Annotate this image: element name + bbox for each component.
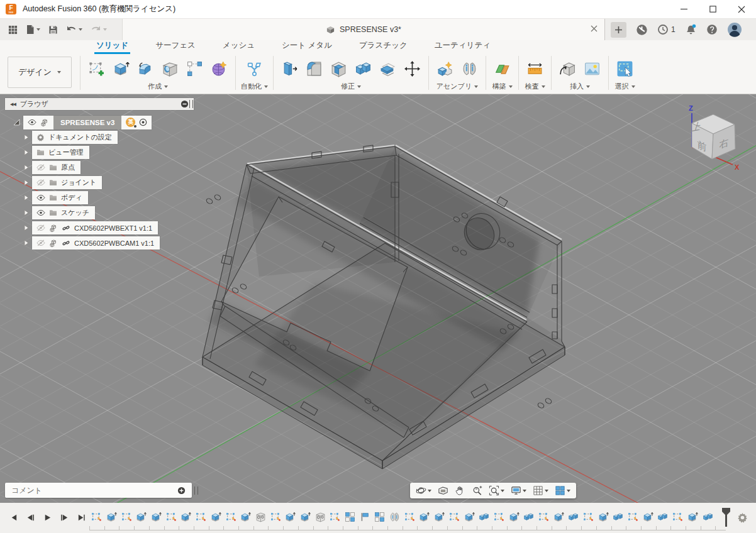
view-cube[interactable]: Z X 上 前 右 — [673, 98, 751, 172]
timeline-feature-sketch-icon[interactable] — [328, 508, 343, 525]
browser-item-component-cam[interactable]: CXD5602PWBCAM1 v1:1 — [24, 236, 194, 250]
model-wireframe[interactable] — [203, 145, 565, 469]
browser-header[interactable]: ◀◀ ブラウザ — [5, 98, 194, 110]
offset-face-icon[interactable] — [377, 57, 399, 80]
fillet-icon[interactable] — [303, 57, 325, 80]
shell-icon[interactable] — [328, 57, 350, 80]
extrude-icon[interactable] — [110, 57, 132, 80]
timeline-feature-sketch-icon[interactable] — [164, 508, 179, 525]
document-tab[interactable]: SPRESENSE v3* — [122, 19, 605, 40]
browser-root-row[interactable]: SPRESENSE v3英 — [13, 116, 194, 129]
hole-icon[interactable] — [159, 57, 181, 80]
timeline-feature-sketch-icon[interactable] — [447, 508, 462, 525]
timeline-playhead[interactable] — [721, 507, 731, 529]
avatar[interactable] — [727, 22, 742, 37]
automate-icon[interactable] — [243, 57, 265, 80]
timeline-feature-extrude-icon[interactable] — [506, 508, 521, 525]
timeline-feature-extrude-icon[interactable] — [417, 508, 432, 525]
timeline-feature-hole-icon[interactable] — [313, 508, 328, 525]
pan-icon[interactable] — [452, 483, 469, 498]
eye-icon[interactable] — [36, 194, 45, 201]
ribbon-tab-utilities[interactable]: ユーティリティ — [433, 40, 492, 54]
revolve-icon[interactable] — [135, 57, 157, 80]
timeline-feature-combine-icon[interactable] — [700, 508, 715, 525]
browser-item-named-views[interactable]: ビュー管理 — [24, 146, 194, 159]
timeline-feature-sketch-icon[interactable] — [536, 508, 552, 525]
collapse-triangle-icon[interactable] — [24, 224, 29, 231]
comment-bar[interactable]: コメント — [5, 483, 192, 498]
timeline-feature-extrude-icon[interactable] — [298, 508, 313, 525]
save-icon[interactable] — [48, 25, 58, 35]
collapse-panel-icon[interactable]: ◀◀ — [10, 102, 16, 107]
ribbon-group-label[interactable]: 構築 — [492, 82, 513, 91]
app-grid-menu-icon[interactable] — [8, 25, 18, 35]
collapse-triangle-icon[interactable] — [24, 194, 29, 201]
timeline-feature-pattern-icon[interactable] — [343, 508, 358, 525]
timeline-feature-sketch-icon[interactable] — [268, 508, 283, 525]
zoom-icon[interactable] — [469, 483, 486, 498]
timeline-feature-combine-icon[interactable] — [521, 508, 536, 525]
expand-triangle-icon[interactable] — [13, 119, 20, 126]
timeline-feature-extrude-icon[interactable] — [238, 508, 253, 525]
timeline-feature-extrude-icon[interactable] — [640, 508, 655, 525]
ribbon-group-label[interactable]: 選択 — [615, 82, 635, 91]
timeline-feature-sketch-icon[interactable] — [402, 508, 417, 525]
redo-icon[interactable] — [91, 25, 107, 34]
timeline-feature-pattern-icon[interactable] — [372, 508, 387, 525]
go-to-end-icon[interactable] — [74, 510, 88, 524]
construction-plane-icon[interactable] — [491, 57, 513, 80]
timeline-feature-sketch-icon[interactable] — [492, 508, 507, 525]
tab-close-icon[interactable] — [591, 25, 598, 32]
ribbon-group-label[interactable]: 挿入 — [570, 82, 590, 91]
timeline-feature-extrude-icon[interactable] — [149, 508, 164, 525]
grid-display-icon[interactable] — [530, 483, 552, 498]
canvas-icon[interactable] — [581, 57, 603, 80]
select-icon[interactable] — [614, 57, 636, 80]
eye-off-icon[interactable] — [36, 164, 45, 171]
timeline-feature-sketch-icon[interactable] — [119, 508, 134, 525]
timeline-feature-combine-icon[interactable] — [566, 508, 581, 525]
ribbon-tab-surface[interactable]: サーフェス — [153, 40, 197, 54]
collapse-triangle-icon[interactable] — [24, 239, 29, 246]
browser-item-bodies[interactable]: ボディ — [24, 191, 194, 204]
collapse-triangle-icon[interactable] — [24, 209, 29, 216]
timeline-feature-hole-icon[interactable] — [253, 508, 269, 525]
new-tab-icon[interactable] — [611, 22, 626, 38]
timeline-feature-extrude-icon[interactable] — [283, 508, 298, 525]
display-settings-icon[interactable] — [508, 483, 530, 498]
create-sketch-icon[interactable] — [86, 57, 108, 80]
timeline-feature-sketch-icon[interactable] — [581, 508, 596, 525]
eye-icon[interactable] — [36, 209, 45, 216]
collapse-triangle-icon[interactable] — [24, 179, 29, 186]
close-icon[interactable] — [727, 0, 756, 18]
timeline-feature-combine-icon[interactable] — [611, 508, 626, 525]
viewport-3d[interactable]: ◀◀ ブラウザ SPRESENSE v3英 ドキュメントの設定 ビュー管理 原点… — [0, 94, 756, 503]
timeline-feature-joint-icon[interactable] — [387, 508, 403, 525]
browser-item-joints[interactable]: ジョイント — [24, 176, 194, 189]
browser-item-origin[interactable]: 原点 — [24, 161, 194, 174]
timeline-feature-extrude-icon[interactable] — [179, 508, 194, 525]
job-status-icon[interactable]: 1 — [657, 24, 675, 35]
workspace-dropdown[interactable]: デザイン — [8, 57, 72, 88]
timeline-feature-extrude-icon[interactable] — [134, 508, 149, 525]
timeline-feature-sketch-icon[interactable] — [194, 508, 209, 525]
timeline-feature-extrude-icon[interactable] — [432, 508, 447, 525]
help-icon[interactable] — [706, 24, 718, 35]
pattern-icon[interactable] — [184, 57, 206, 80]
timeline-feature-extrude-icon[interactable] — [596, 508, 611, 525]
timeline-feature-extrude-icon[interactable] — [686, 508, 701, 525]
step-back-icon[interactable] — [23, 510, 37, 524]
move-icon[interactable] — [401, 57, 423, 80]
browser-item-component-ext[interactable]: CXD5602PWBEXT1 v1:1 — [24, 221, 194, 234]
add-comment-icon[interactable] — [177, 486, 186, 495]
go-to-start-icon[interactable] — [6, 510, 20, 524]
ribbon-group-label[interactable]: 修正 — [341, 82, 361, 91]
new-component-icon[interactable] — [434, 57, 456, 80]
timeline-feature-sketch-icon[interactable] — [670, 508, 686, 525]
eye-off-icon[interactable] — [36, 239, 45, 246]
units-badge[interactable]: 英 — [126, 118, 135, 127]
eye-off-icon[interactable] — [36, 179, 45, 186]
combine-icon[interactable] — [352, 57, 374, 80]
browser-item-document-settings[interactable]: ドキュメントの設定 — [24, 131, 194, 144]
ribbon-group-label[interactable]: 自動化 — [241, 82, 268, 91]
